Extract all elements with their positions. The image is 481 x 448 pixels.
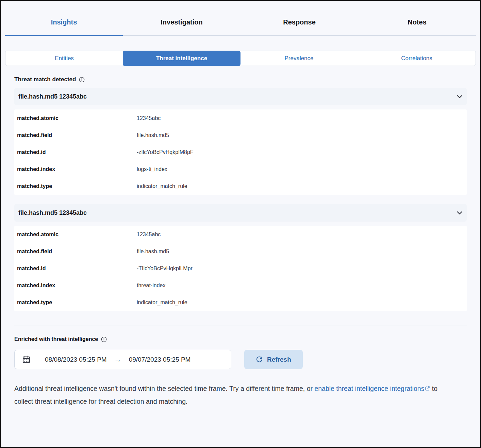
info-icon[interactable] [79,77,85,83]
field-value: -TIlcYoBcPvHqkplLMpr [137,265,193,272]
field-value: 12345abc [137,115,161,121]
calendar-icon [22,355,31,364]
threat-match-accordion-2[interactable]: file.hash.md5 12345abc [14,204,467,222]
accordion-title: file.hash.md5 12345abc [18,209,87,217]
message-text: Additional threat intelligence wasn't fo… [14,385,314,392]
alert-details-panel: Insights Investigation Response Notes En… [0,0,481,448]
table-row: matched.field file.hash.md5 [14,243,467,260]
field-value: file.hash.md5 [137,132,169,138]
threat-match-table-1: matched.atomic 12345abc matched.field fi… [14,109,467,195]
field-value: indicator_match_rule [137,299,187,306]
field-name: matched.id [17,149,137,155]
external-link-icon [425,386,430,391]
field-name: matched.index [17,166,137,172]
field-name: matched.type [17,299,137,306]
field-value: logs-ti_index [137,166,167,172]
threat-intelligence-content: Threat match detected file.hash.md5 1234… [14,76,467,408]
refresh-button[interactable]: Refresh [244,350,303,369]
field-name: matched.atomic [17,231,137,238]
threat-match-table-2: matched.atomic 12345abc matched.field fi… [14,226,467,311]
field-name: matched.index [17,282,137,289]
refresh-icon [256,356,263,363]
table-row: matched.type indicator_match_rule [14,294,467,311]
chevron-down-icon[interactable] [456,93,463,100]
field-name: matched.field [17,132,137,138]
table-row: matched.index logs-ti_index [14,161,467,178]
threat-match-heading: Threat match detected [14,76,467,83]
accordion-title: file.hash.md5 12345abc [18,93,87,100]
field-name: matched.type [17,183,137,189]
insights-subtab-group: Entities Threat intelligence Prevalence … [5,51,476,66]
subtab-entities[interactable]: Entities [5,51,123,66]
table-row: matched.id -zIlcYoBcPvHqkplM8pF [14,144,467,161]
no-threat-intel-message: Additional threat intelligence wasn't fo… [14,382,457,408]
date-range-picker[interactable]: 08/08/2023 05:25 PM → 09/07/2023 05:25 P… [14,350,231,369]
threat-match-heading-label: Threat match detected [14,76,76,83]
start-date[interactable]: 08/08/2023 05:25 PM [45,356,107,363]
field-value: threat-index [137,282,166,289]
threat-match-accordion-1[interactable]: file.hash.md5 12345abc [14,88,467,105]
enrichment-heading: Enriched with threat intelligence [14,336,467,342]
table-row: matched.index threat-index [14,277,467,294]
tab-insights[interactable]: Insights [5,13,123,36]
chevron-down-icon[interactable] [456,209,463,217]
subtab-correlations[interactable]: Correlations [358,51,476,66]
field-value: file.hash.md5 [137,248,169,255]
tab-investigation[interactable]: Investigation [123,13,240,36]
section-divider [14,326,467,326]
arrow-right-icon: → [114,356,121,363]
field-value: indicator_match_rule [137,183,187,189]
table-row: matched.atomic 12345abc [14,110,467,127]
info-icon[interactable] [101,337,107,342]
field-name: matched.id [17,265,137,272]
table-row: matched.type indicator_match_rule [14,178,467,195]
tab-response[interactable]: Response [240,13,358,36]
table-row: matched.id -TIlcYoBcPvHqkplLMpr [14,260,467,277]
field-value: 12345abc [137,231,161,238]
table-row: matched.field file.hash.md5 [14,127,467,144]
subtab-threat-intelligence[interactable]: Threat intelligence [123,51,240,66]
field-name: matched.atomic [17,115,137,121]
field-value: -zIlcYoBcPvHqkplM8pF [137,149,194,155]
enrichment-heading-label: Enriched with threat intelligence [14,336,98,342]
end-date[interactable]: 09/07/2023 05:25 PM [129,356,191,363]
field-name: matched.field [17,248,137,255]
top-tab-bar: Insights Investigation Response Notes [5,13,476,36]
tab-notes[interactable]: Notes [358,13,476,36]
subtab-prevalence[interactable]: Prevalence [240,51,358,66]
enrichment-controls: 08/08/2023 05:25 PM → 09/07/2023 05:25 P… [14,350,467,369]
table-row: matched.atomic 12345abc [14,226,467,243]
enable-threat-intel-link[interactable]: enable threat intelligence integrations [314,385,430,392]
refresh-button-label: Refresh [267,356,291,363]
